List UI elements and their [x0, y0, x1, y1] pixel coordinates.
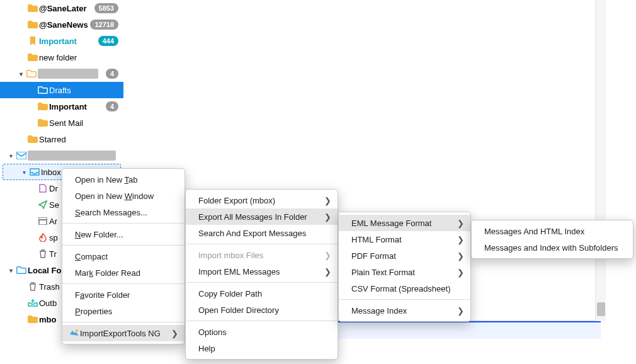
folder-icon	[26, 316, 39, 323]
menu-label: ImportExportTools NG	[80, 329, 161, 338]
chevron-down-icon[interactable]: ▾	[16, 71, 25, 77]
menu-eml-format[interactable]: EML Message Format ❯	[339, 215, 470, 231]
menu-label: Import mbox Files	[198, 251, 263, 260]
count-badge: 4	[106, 69, 118, 79]
folder-label: Dr	[49, 184, 58, 193]
menu-properties[interactable]: Properties	[62, 303, 185, 319]
chevron-right-icon: ❯	[457, 268, 464, 277]
chevron-down-icon[interactable]: ▾	[6, 267, 15, 274]
menu-label: Message Index	[351, 306, 407, 316]
menu-open-new-window[interactable]: Open in New Window	[62, 188, 185, 204]
bookmark-icon	[26, 37, 39, 45]
folder-icon	[37, 119, 49, 127]
menu-messages-index-subfolders[interactable]: Messages and Index with Subfolders	[472, 239, 633, 256]
menu-copy-folder-path[interactable]: Copy Folder Path	[186, 285, 338, 302]
outbox-icon	[26, 299, 39, 307]
menu-label: PDF Format	[351, 251, 396, 261]
count-badge: 5853	[94, 3, 118, 13]
folder-sanenews[interactable]: @SaneNews 12718	[0, 16, 123, 33]
chevron-down-icon[interactable]: ▾	[20, 169, 28, 176]
folder-drafts[interactable]: Drafts	[0, 82, 123, 98]
folder-label: Local Fo	[28, 266, 61, 275]
folder-label: sp	[49, 233, 58, 242]
menu-label: Messages and Index with Subfolders	[484, 243, 618, 253]
folder-sentmail[interactable]: Sent Mail	[0, 115, 123, 131]
menu-message-index[interactable]: Message Index ❯	[339, 302, 470, 319]
menu-label: EML Message Format	[351, 219, 431, 228]
mail-account-icon	[15, 152, 28, 159]
folder-important[interactable]: Important 444	[0, 33, 123, 49]
folder-important-2[interactable]: Important 4	[0, 98, 123, 115]
folder-label: Inbox	[41, 168, 61, 177]
redacted-name	[28, 151, 116, 161]
folder-label: Starred	[39, 135, 66, 144]
chevron-right-icon: ❯	[457, 219, 464, 228]
addon-icon	[69, 329, 80, 338]
folder-newfolder[interactable]: new folder	[0, 49, 123, 65]
redacted-name	[38, 69, 98, 79]
menu-label: CSV Format (Spreadsheet)	[351, 284, 451, 293]
menu-open-new-tab[interactable]: Open in New Tab	[62, 171, 185, 188]
menu-separator	[62, 322, 185, 322]
folder-icon	[15, 266, 28, 274]
folder-label: Important	[39, 37, 77, 46]
svg-rect-0	[16, 152, 26, 159]
eml-format-submenu: Messages And HTML Index Messages and Ind…	[471, 220, 633, 259]
menu-label: Compact	[75, 252, 108, 261]
menu-messages-html-index[interactable]: Messages And HTML Index	[472, 223, 633, 239]
menu-label: Properties	[75, 307, 112, 316]
scrollbar-thumb[interactable]	[597, 302, 605, 316]
menu-label: Plain Text Format	[351, 268, 415, 277]
menu-search-messages[interactable]: Search Messages...	[62, 204, 185, 220]
folder-parent-1[interactable]: ▾ 4	[0, 65, 123, 82]
menu-label: Help	[198, 344, 215, 353]
menu-label: Search And Export Messages	[198, 229, 306, 238]
menu-help[interactable]: Help	[186, 340, 338, 356]
account-2[interactable]: ▾	[0, 147, 123, 164]
menu-html-format[interactable]: HTML Format ❯	[339, 231, 470, 247]
chevron-right-icon: ❯	[324, 251, 331, 260]
menu-label: Folder Export (mbox)	[198, 196, 275, 205]
folder-icon	[26, 54, 39, 61]
count-badge: 444	[98, 36, 118, 46]
menu-export-all-in-folder[interactable]: Export All Messages In Folder ❯	[186, 208, 338, 225]
folder-starred[interactable]: Starred	[0, 131, 123, 147]
svg-rect-2	[39, 220, 47, 225]
menu-folder-export-mbox[interactable]: Folder Export (mbox) ❯	[186, 192, 338, 208]
menu-label: Mark Folder Read	[75, 268, 140, 278]
menu-label: Export All Messages In Folder	[198, 212, 307, 222]
menu-mark-read[interactable]: Mark Folder Read	[62, 264, 185, 281]
chevron-down-icon[interactable]: ▾	[6, 152, 15, 159]
menu-separator	[62, 223, 185, 224]
folder-icon	[26, 135, 39, 143]
chevron-right-icon: ❯	[324, 196, 331, 205]
menu-csv-format[interactable]: CSV Format (Spreadsheet)	[339, 280, 470, 297]
menu-label: New Folder...	[75, 230, 123, 239]
chevron-right-icon: ❯	[324, 267, 331, 276]
menu-compact[interactable]: Compact	[62, 248, 185, 264]
folder-label: Outb	[39, 299, 57, 308]
menu-pdf-format[interactable]: PDF Format ❯	[339, 247, 470, 264]
folder-label: Sent Mail	[49, 118, 83, 128]
menu-importexport-ng[interactable]: ImportExportTools NG ❯	[62, 325, 185, 341]
menu-open-folder-directory[interactable]: Open Folder Directory	[186, 302, 338, 318]
chevron-right-icon: ❯	[457, 306, 464, 316]
folder-icon	[37, 86, 49, 94]
menu-import-eml[interactable]: Import EML Messages ❯	[186, 263, 338, 280]
menu-label: Open Folder Directory	[198, 305, 279, 315]
menu-separator	[339, 299, 470, 300]
menu-new-folder[interactable]: New Folder...	[62, 226, 185, 242]
menu-favorite-folder[interactable]: Favorite Folder	[62, 287, 185, 303]
chevron-right-icon: ❯	[457, 251, 464, 261]
scrollbar-track[interactable]	[595, 0, 606, 321]
folder-label: Ar	[49, 217, 57, 226]
menu-label: Open in New Tab	[75, 175, 138, 185]
menu-plaintext-format[interactable]: Plain Text Format ❯	[339, 264, 470, 280]
folder-label: @SaneNews	[39, 20, 88, 30]
menu-label: Options	[198, 327, 227, 337]
menu-options[interactable]: Options	[186, 324, 338, 340]
folder-sanelater[interactable]: @SaneLater 5853	[0, 0, 123, 16]
menu-search-and-export[interactable]: Search And Export Messages	[186, 225, 338, 241]
trash-icon	[37, 249, 49, 258]
folder-icon	[37, 103, 49, 110]
